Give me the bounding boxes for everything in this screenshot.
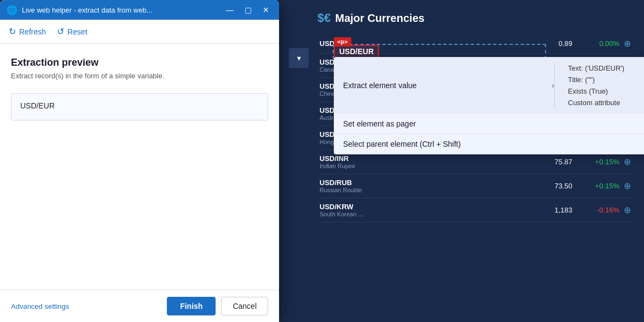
currency-row: USD/KRW South Korean ... 1,183 -0.16% ⊕ [317, 198, 633, 222]
currency-icon: $€ [317, 11, 330, 25]
currency-name: South Korean ... [320, 211, 385, 217]
submenu-value[interactable]: Exists (True) [564, 86, 642, 96]
dropdown-button[interactable]: ▾ [289, 48, 309, 68]
refresh-label: Refresh [19, 27, 46, 36]
currency-pair-name: USD/RUB Russian Rouble [320, 179, 385, 193]
currency-pair: USD/KRW [320, 203, 385, 211]
context-menu: Extract element value › Text: ('USD/EUR'… [334, 57, 644, 154]
element-tag-highlight: <p> [334, 37, 351, 47]
finish-button[interactable]: Finish [167, 297, 216, 315]
currency-change: 0.00% [581, 39, 619, 48]
currency-value: 1,183 [539, 206, 572, 214]
submenu-value[interactable]: Text: ('USD/EUR') [564, 63, 642, 73]
reset-button[interactable]: ↺ Reset [57, 26, 88, 37]
currency-row: USD/RUB Russian Rouble 73.50 +0.15% ⊕ [317, 174, 633, 198]
dialog-title: Live web helper - extract data from web.… [22, 6, 218, 14]
advanced-settings-link[interactable]: Advanced settings [11, 302, 69, 311]
currency-pair: USD/RUB [320, 179, 385, 187]
refresh-button[interactable]: ↻ Refresh [9, 26, 46, 37]
submenu-value[interactable]: Custom attribute [564, 97, 642, 108]
menu-item-pager[interactable]: Set element as pager [334, 114, 644, 134]
main-dialog: 🌐 Live web helper - extract data from we… [0, 0, 279, 322]
extraction-desc: Extract record(s) in the form of a simpl… [11, 72, 268, 80]
add-icon[interactable]: ⊕ [624, 38, 631, 49]
submenu-values: Text: ('USD/EUR')Title: ("")Exists (True… [554, 63, 642, 108]
currency-value: 73.50 [539, 182, 572, 190]
currency-change: +0.15% [581, 158, 619, 166]
currency-change: +0.15% [581, 182, 619, 190]
menu-item-parent-label: Select parent element (Ctrl + Shift) [343, 140, 642, 148]
panel-title: Major Currencies [335, 12, 424, 25]
currency-name: Russian Rouble [320, 187, 385, 193]
cancel-button[interactable]: Cancel [221, 297, 268, 315]
reset-icon: ↺ [57, 26, 64, 37]
footer-buttons: Finish Cancel [167, 297, 268, 315]
reset-label: Reset [67, 27, 88, 36]
currency-change: -0.16% [581, 206, 619, 214]
add-icon[interactable]: ⊕ [624, 205, 631, 215]
currency-pair-name: USD/INR Indian Rupee [320, 154, 385, 169]
currency-pair: USD/INR [320, 154, 385, 163]
add-icon[interactable]: ⊕ [624, 181, 631, 191]
dialog-body: Extraction preview Extract record(s) in … [0, 44, 279, 290]
currency-name: Indian Rupee [320, 163, 385, 169]
menu-item-parent[interactable]: Select parent element (Ctrl + Shift) [334, 134, 644, 154]
dialog-toolbar: ↻ Refresh ↺ Reset [0, 20, 279, 44]
dialog-footer: Advanced settings Finish Cancel [0, 290, 279, 322]
maximize-button[interactable]: ▢ [241, 5, 255, 15]
preview-box: USD/EUR [11, 93, 268, 120]
currency-value: 75.87 [539, 158, 572, 166]
dialog-titlebar: 🌐 Live web helper - extract data from we… [0, 0, 279, 20]
extraction-title: Extraction preview [11, 57, 268, 68]
minimize-button[interactable]: — [223, 5, 237, 15]
menu-item-extract[interactable]: Extract element value › Text: ('USD/EUR'… [334, 58, 644, 114]
panel-header: $€ Major Currencies [317, 11, 633, 25]
add-icon[interactable]: ⊕ [624, 157, 631, 167]
refresh-icon: ↻ [9, 26, 16, 37]
submenu-value[interactable]: Title: ("") [564, 74, 642, 85]
highlighted-element: USD/EUR [334, 45, 379, 58]
currency-pair-name: USD/KRW South Korean ... [320, 203, 385, 217]
menu-item-pager-label: Set element as pager [343, 119, 642, 128]
close-button[interactable]: ✕ [259, 5, 272, 15]
menu-item-extract-label: Extract element value [343, 81, 552, 90]
globe-icon: 🌐 [7, 5, 18, 15]
